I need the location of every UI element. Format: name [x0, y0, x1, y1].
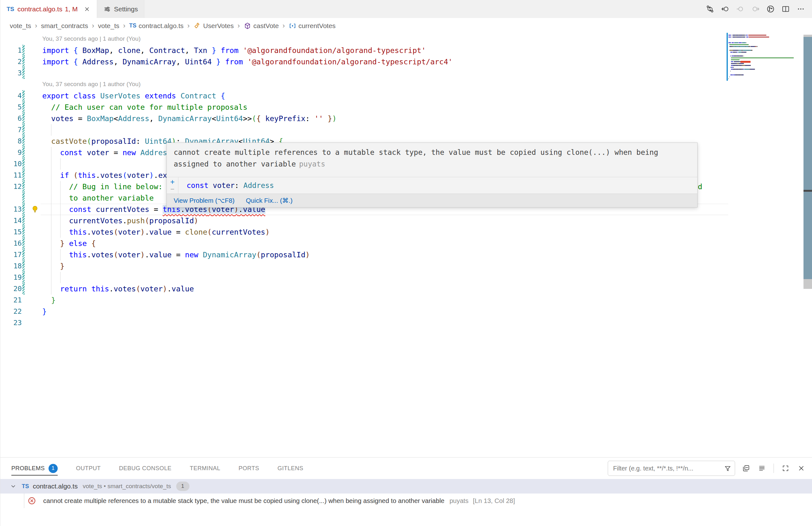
line-number[interactable]: 11 — [0, 170, 22, 181]
code-token: push — [127, 216, 145, 225]
line-number[interactable]: 8 — [0, 136, 22, 147]
breadcrumb-item-uservotes[interactable]: UserVotes — [193, 22, 234, 30]
line-number[interactable]: 17 — [0, 249, 22, 260]
gitlens-graph-icon[interactable] — [764, 3, 777, 15]
breadcrumb-item-contract-algo-ts[interactable]: TScontract.algo.ts — [129, 22, 184, 30]
code-token — [208, 181, 213, 189]
line-number[interactable]: 16 — [0, 238, 22, 249]
problems-file-row[interactable]: TS contract.algo.ts vote_ts • smart_cont… — [0, 479, 812, 494]
code-token: ) — [194, 216, 198, 225]
code-editor[interactable]: You, 37 seconds ago | 1 author (You)1imp… — [0, 33, 812, 457]
line-number[interactable]: 6 — [0, 113, 22, 124]
code-token: DynamicArray — [158, 114, 212, 123]
line-number[interactable]: 13 — [0, 204, 22, 215]
line-number[interactable]: 14 — [0, 215, 22, 226]
view-as-table-icon[interactable] — [758, 464, 766, 472]
code-line-text[interactable]: currentVotes.push(proposalId) — [42, 215, 198, 226]
git-compare-icon[interactable] — [704, 3, 716, 15]
code-token — [42, 262, 60, 271]
view-problem-link[interactable]: View Problem (⌥F8) — [174, 197, 234, 204]
code-line-text[interactable]: } — [42, 295, 56, 306]
panel-tab-output[interactable]: OUTPUT — [76, 458, 101, 479]
modified-line-gutter-indicator — [23, 181, 25, 193]
code-token: castVote — [51, 137, 87, 146]
code-line-text[interactable]: export class UserVotes extends Contract … — [42, 90, 225, 101]
line-number[interactable]: 5 — [0, 101, 22, 113]
tab-contract-algo-ts[interactable]: TS contract.algo.ts 1, M — [0, 0, 97, 18]
code-token: voter — [87, 148, 110, 157]
code-line-text[interactable]: votes = BoxMap<Address, DynamicArray<Uin… — [42, 113, 337, 124]
code-token — [140, 91, 145, 100]
breadcrumb-item-castvote[interactable]: castVote — [244, 22, 279, 30]
line-number[interactable]: 12 — [0, 181, 22, 193]
line-number[interactable]: 4 — [0, 90, 22, 101]
code-line-text[interactable]: } else { — [42, 238, 96, 249]
filter-input[interactable] — [612, 465, 724, 472]
problem-row[interactable]: cannot create multiple references to a m… — [0, 494, 812, 508]
go-back-icon[interactable] — [719, 3, 731, 15]
breadcrumb-label: vote_ts — [10, 22, 31, 30]
code-token: this — [78, 171, 96, 180]
breadcrumb-item-vote-ts[interactable]: vote_ts — [10, 22, 31, 30]
breadcrumb-item-smart-contracts[interactable]: smart_contracts — [41, 22, 88, 30]
line-number[interactable]: 23 — [0, 317, 22, 329]
code-line-text[interactable]: this.votes(voter).value = clone(currentV… — [42, 226, 270, 238]
code-line-text[interactable]: } — [42, 306, 47, 317]
breadcrumb-item-vote-ts[interactable]: vote_ts — [98, 22, 119, 30]
breadcrumb-item-currentvotes[interactable]: currentVotes — [289, 22, 336, 30]
line-number[interactable]: 9 — [0, 147, 22, 158]
panel-tab-terminal[interactable]: TERMINAL — [190, 458, 220, 479]
code-line-text[interactable]: import { Address, DynamicArray, Uint64 }… — [42, 56, 453, 68]
code-token — [198, 251, 203, 259]
line-number[interactable]: 20 — [0, 283, 22, 295]
quick-fix-link[interactable]: Quick Fix... (⌘.) — [246, 197, 292, 204]
close-panel-icon[interactable] — [797, 464, 806, 472]
line-number[interactable]: 22 — [0, 306, 22, 317]
next-change-icon — [749, 3, 762, 15]
error-hover-tooltip: cannot create multiple references to a m… — [166, 143, 698, 208]
panel-tab-gitlens[interactable]: GITLENS — [277, 458, 303, 479]
breadcrumb-separator: › — [92, 22, 94, 30]
scrollbar-thumb[interactable] — [803, 37, 812, 279]
line-number[interactable]: 3 — [0, 68, 22, 79]
code-token: BoxMap — [87, 114, 114, 123]
tab-settings[interactable]: Settings — [97, 0, 145, 18]
scrollbar-track[interactable] — [803, 35, 812, 289]
close-icon[interactable] — [84, 6, 90, 13]
minimap-line — [728, 37, 769, 38]
line-number[interactable]: 18 — [0, 260, 22, 272]
gitlens-codelens[interactable]: You, 37 seconds ago | 1 author (You) — [42, 79, 141, 89]
line-number[interactable]: 19 — [0, 272, 22, 283]
panel-tab-debug-console[interactable]: DEBUG CONSOLE — [119, 458, 172, 479]
code-line-text[interactable]: // Each user can vote for multiple propo… — [42, 101, 247, 113]
lightbulb-icon[interactable] — [31, 205, 39, 214]
line-number[interactable]: 1 — [0, 45, 22, 56]
panel-tab-ports[interactable]: PORTS — [238, 458, 259, 479]
breadcrumb-label: smart_contracts — [41, 22, 88, 30]
code-line-text[interactable]: to another variable — [42, 193, 154, 204]
code-line-text[interactable]: this.votes(voter).value = new DynamicArr… — [42, 249, 310, 260]
line-number[interactable]: 2 — [0, 56, 22, 68]
code-token — [69, 57, 73, 66]
more-actions-icon[interactable] — [795, 3, 807, 15]
gitlens-codelens[interactable]: You, 37 seconds ago | 1 author (You) — [42, 33, 141, 44]
line-number[interactable]: 15 — [0, 226, 22, 238]
line-number[interactable]: 21 — [0, 295, 22, 306]
code-line-text[interactable]: } — [42, 260, 64, 272]
code-line-text[interactable]: import { BoxMap, clone, Contract, Txn } … — [42, 45, 426, 56]
line-number[interactable]: 7 — [0, 124, 22, 136]
expand-plus-icon[interactable]: + — [170, 178, 175, 186]
code-token: ( — [252, 114, 256, 123]
panel-tab-problems[interactable]: PROBLEMS1 — [11, 458, 58, 479]
line-number[interactable]: 10 — [0, 158, 22, 170]
chevron-down-icon[interactable] — [10, 483, 17, 490]
code-line: 14 currentVotes.push(proposalId) — [0, 215, 812, 226]
split-editor-icon[interactable] — [780, 3, 792, 15]
maximize-panel-icon[interactable] — [781, 464, 789, 472]
code-line: 5 // Each user can vote for multiple pro… — [0, 101, 812, 113]
expand-minus-icon[interactable]: − — [171, 186, 175, 193]
minimap[interactable] — [728, 31, 795, 87]
modified-line-gutter-indicator — [23, 101, 25, 113]
code-line-text[interactable]: return this.votes(voter).value — [42, 283, 194, 295]
collapse-all-icon[interactable] — [742, 464, 750, 472]
